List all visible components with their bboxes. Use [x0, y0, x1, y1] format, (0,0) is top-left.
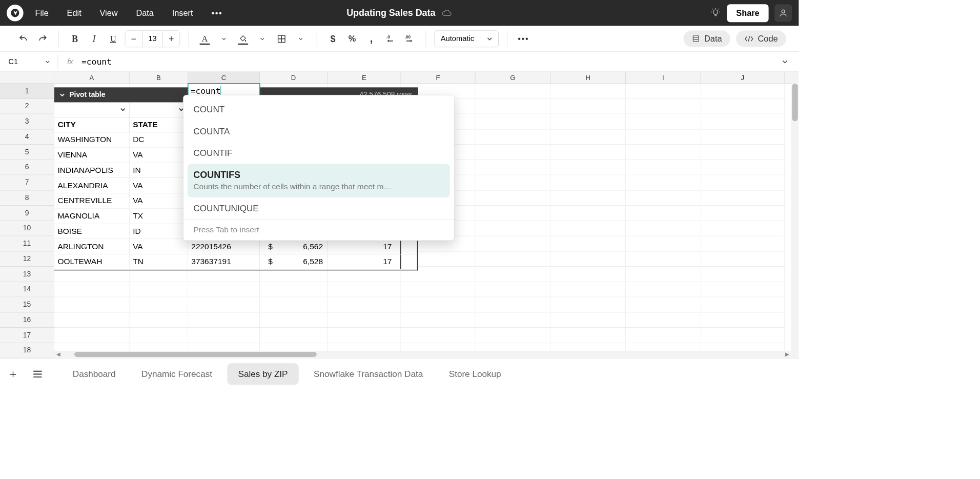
- cell[interactable]: [701, 84, 785, 99]
- cell[interactable]: [701, 160, 785, 175]
- cell[interactable]: [550, 129, 626, 145]
- row-header[interactable]: 18: [0, 343, 54, 358]
- cell[interactable]: [188, 312, 260, 328]
- pivot-filter-city[interactable]: [54, 102, 130, 117]
- col-header-H[interactable]: H: [550, 72, 626, 83]
- cell[interactable]: [475, 297, 550, 312]
- sheet-tab[interactable]: Sales by ZIP: [227, 363, 298, 385]
- percent-button[interactable]: %: [344, 31, 359, 46]
- all-sheets-button[interactable]: [29, 366, 46, 383]
- add-sheet-button[interactable]: ＋: [5, 366, 22, 383]
- col-header-F[interactable]: F: [401, 72, 475, 83]
- cell[interactable]: [475, 99, 550, 114]
- cell[interactable]: [475, 145, 550, 160]
- cell[interactable]: [401, 312, 475, 328]
- cell[interactable]: [328, 328, 401, 343]
- col-header-E[interactable]: E: [328, 72, 401, 83]
- cell[interactable]: [401, 297, 475, 312]
- pivot-col-state[interactable]: STATE: [130, 117, 188, 132]
- cell[interactable]: [401, 282, 475, 297]
- cell[interactable]: [626, 145, 701, 160]
- col-header-D[interactable]: D: [260, 72, 328, 83]
- cell[interactable]: [475, 206, 550, 221]
- cell[interactable]: [701, 99, 785, 114]
- cell[interactable]: [188, 297, 260, 312]
- cell[interactable]: [188, 282, 260, 297]
- cell[interactable]: [550, 206, 626, 221]
- toolbar-more-button[interactable]: •••: [516, 31, 531, 46]
- row-header[interactable]: 4: [0, 129, 54, 145]
- cell[interactable]: [475, 84, 550, 99]
- cell[interactable]: [328, 282, 401, 297]
- font-size-value[interactable]: 13: [142, 31, 163, 47]
- app-logo[interactable]: [7, 5, 24, 22]
- suggestion-item[interactable]: COUNTA: [183, 121, 454, 142]
- cell[interactable]: [130, 282, 188, 297]
- cell[interactable]: [130, 328, 188, 343]
- cell[interactable]: [188, 328, 260, 343]
- row-header[interactable]: 14: [0, 282, 54, 297]
- borders-dropdown[interactable]: [293, 31, 308, 46]
- suggestion-item[interactable]: COUNTIF: [183, 142, 454, 164]
- formula-input[interactable]: [79, 56, 775, 67]
- cell[interactable]: [550, 221, 626, 236]
- redo-button[interactable]: [35, 31, 50, 46]
- row-header[interactable]: 12: [0, 251, 54, 267]
- cell[interactable]: [626, 297, 701, 312]
- row-header[interactable]: 5: [0, 145, 54, 160]
- cell[interactable]: [550, 251, 626, 267]
- row-header[interactable]: 10: [0, 221, 54, 236]
- cell[interactable]: [550, 267, 626, 282]
- borders-button[interactable]: [274, 31, 289, 46]
- table-row[interactable]: OOLTEWAHTN373637191$6,52817: [54, 254, 417, 270]
- cell[interactable]: [260, 328, 328, 343]
- col-header-I[interactable]: I: [626, 72, 701, 83]
- cell[interactable]: [626, 129, 701, 145]
- row-header[interactable]: 6: [0, 160, 54, 175]
- cell[interactable]: [626, 267, 701, 282]
- suggestion-item[interactable]: COUNTUNIQUE: [183, 197, 454, 219]
- row-header[interactable]: 13: [0, 267, 54, 282]
- bold-button[interactable]: B: [67, 31, 82, 46]
- row-header[interactable]: 11: [0, 236, 54, 251]
- undo-button[interactable]: [16, 31, 31, 46]
- cell[interactable]: [328, 297, 401, 312]
- cell[interactable]: [701, 114, 785, 129]
- row-header[interactable]: 15: [0, 297, 54, 312]
- text-color-dropdown[interactable]: [216, 31, 231, 46]
- menu-more[interactable]: •••: [211, 8, 222, 18]
- thousands-button[interactable]: ,: [364, 31, 379, 46]
- menu-edit[interactable]: Edit: [67, 8, 81, 18]
- menu-file[interactable]: File: [35, 8, 48, 18]
- scroll-left-arrow[interactable]: ◀: [54, 351, 63, 357]
- vertical-scroll-thumb[interactable]: [792, 84, 798, 121]
- cell[interactable]: [626, 114, 701, 129]
- row-header[interactable]: 17: [0, 328, 54, 343]
- cell[interactable]: [260, 282, 328, 297]
- text-color-button[interactable]: A: [197, 31, 212, 46]
- cell[interactable]: [475, 175, 550, 190]
- share-button[interactable]: Share: [727, 4, 768, 22]
- pivot-filter-state[interactable]: [130, 102, 188, 117]
- cell[interactable]: [626, 206, 701, 221]
- fill-color-button[interactable]: [236, 31, 251, 46]
- sheet-tab[interactable]: Store Lookup: [438, 363, 512, 385]
- cell[interactable]: [54, 297, 130, 312]
- cell[interactable]: [701, 129, 785, 145]
- cell[interactable]: [475, 282, 550, 297]
- cell[interactable]: [701, 221, 785, 236]
- menu-data[interactable]: Data: [136, 8, 153, 18]
- formula-bar-expand[interactable]: [775, 59, 794, 65]
- cell[interactable]: [475, 190, 550, 206]
- decrease-decimal-button[interactable]: .0: [383, 31, 398, 46]
- cell[interactable]: [475, 221, 550, 236]
- cell[interactable]: [550, 145, 626, 160]
- cell[interactable]: [550, 312, 626, 328]
- cell[interactable]: [626, 312, 701, 328]
- cell[interactable]: [626, 160, 701, 175]
- cell[interactable]: [54, 282, 130, 297]
- data-panel-button[interactable]: Data: [683, 30, 730, 47]
- cell[interactable]: [130, 312, 188, 328]
- col-header-A[interactable]: A: [54, 72, 130, 83]
- cell[interactable]: [54, 328, 130, 343]
